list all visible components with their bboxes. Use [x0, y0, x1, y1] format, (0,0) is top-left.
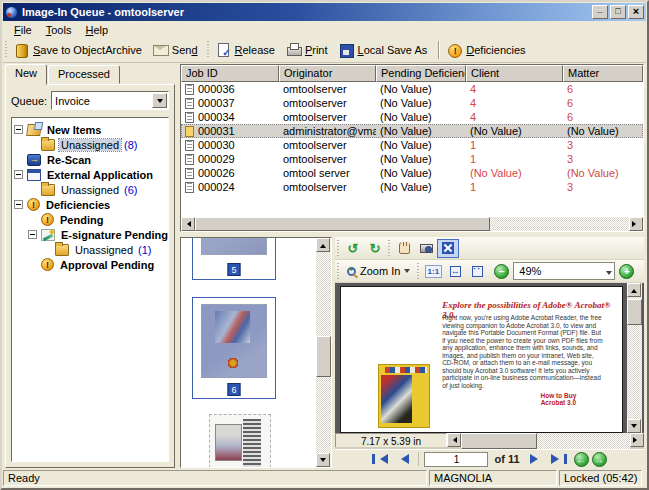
table-row[interactable]: 000037omtoolserver(No Value)46: [181, 96, 643, 110]
toolbar-gripper[interactable]: [206, 41, 211, 59]
scroll-right-icon[interactable]: [630, 433, 644, 447]
toolbar-gripper[interactable]: [4, 41, 9, 59]
tree-item-approval-pending[interactable]: Approval Pending: [14, 257, 166, 272]
scroll-right-icon[interactable]: [629, 217, 643, 231]
rotate-right-button[interactable]: ↻: [364, 239, 386, 258]
local-save-icon: [339, 43, 354, 57]
zoom-mode-dropdown[interactable]: Zoom In: [342, 262, 415, 281]
title-bar[interactable]: Image-In Queue - omtoolserver: [3, 3, 646, 21]
column-header-pending-deficiencies[interactable]: Pending Deficiencies: [376, 65, 466, 82]
thumbnails-scrollbar[interactable]: [316, 238, 331, 467]
viewer-vertical-scrollbar[interactable]: [627, 283, 642, 433]
column-header-matter[interactable]: Matter: [563, 65, 643, 82]
collapse-icon[interactable]: [14, 200, 23, 209]
queue-panel-body: Queue: Invoice New Items Unassigned(8) R…: [5, 84, 175, 468]
next-page-button[interactable]: [526, 451, 545, 467]
folder-icon: [55, 244, 69, 256]
fit-page-button[interactable]: [444, 262, 466, 281]
collapse-icon[interactable]: [28, 230, 37, 239]
page-thumbnails-panel: 5 6: [180, 237, 332, 468]
scrollbar-thumb[interactable]: [627, 299, 642, 325]
scrollbar-thumb[interactable]: [195, 217, 490, 231]
first-page-button[interactable]: [372, 451, 391, 467]
chevron-down-icon[interactable]: [152, 93, 167, 108]
thumbnail-page-7[interactable]: [209, 414, 271, 468]
history-back-button[interactable]: ←: [574, 452, 589, 467]
menu-file[interactable]: File: [7, 23, 39, 37]
table-horizontal-scrollbar[interactable]: [181, 217, 643, 231]
toolbar-gripper[interactable]: [387, 240, 392, 256]
item-count: (6): [124, 184, 137, 196]
table-row[interactable]: 000029omtoolserver(No Value)13: [181, 152, 643, 166]
toolbar-gripper[interactable]: [336, 240, 341, 256]
document-view-area: Explore the possibilities of Adobe® Acro…: [335, 283, 644, 433]
tree-item-pending[interactable]: Pending: [14, 212, 166, 227]
scroll-left-icon[interactable]: [447, 433, 461, 447]
tree-item-unassigned-esignature[interactable]: Unassigned(1): [14, 242, 166, 257]
queue-select[interactable]: Invoice: [51, 91, 169, 110]
select-image-button[interactable]: [437, 239, 459, 258]
table-row[interactable]: 000034omtoolserver(No Value)46: [181, 110, 643, 124]
scrollbar-thumb[interactable]: [461, 433, 537, 449]
zoom-in-button[interactable]: +: [619, 264, 634, 279]
local-save-as-button[interactable]: Local Save As: [335, 41, 435, 59]
deficiencies-button[interactable]: Deficiencies: [443, 41, 532, 59]
actual-size-button[interactable]: 1:1: [422, 262, 444, 281]
tree-item-re-scan[interactable]: Re-Scan: [14, 152, 166, 167]
rotate-right-icon: ↻: [370, 242, 381, 255]
history-forward-button[interactable]: →: [592, 452, 607, 467]
thumbnail-page-6[interactable]: 6: [192, 297, 276, 399]
tree-item-unassigned-external[interactable]: Unassigned(6): [14, 182, 166, 197]
release-button[interactable]: Release: [212, 41, 282, 59]
scroll-up-icon[interactable]: [316, 238, 330, 252]
table-row[interactable]: 000026omtool server(No Value)(No Value)(…: [181, 166, 643, 180]
hand-tool-button[interactable]: [393, 239, 415, 258]
tab-new[interactable]: New: [5, 64, 47, 85]
minimize-icon[interactable]: [592, 5, 608, 19]
page-number-input[interactable]: [424, 452, 488, 467]
fit-width-icon: [472, 266, 483, 277]
menu-help[interactable]: Help: [78, 23, 115, 37]
tree-item-external-application[interactable]: External Application: [14, 167, 166, 182]
send-button[interactable]: Send: [149, 41, 205, 59]
zoom-out-button[interactable]: −: [494, 264, 509, 279]
document-icon: [185, 154, 194, 165]
tree-item-new-items[interactable]: New Items: [14, 122, 166, 137]
table-row[interactable]: 000024omtoolserver(No Value)13: [181, 180, 643, 194]
scroll-down-icon[interactable]: [627, 419, 641, 433]
column-header-originator[interactable]: Originator: [279, 65, 376, 82]
deficiencies-icon: [447, 43, 462, 57]
viewer-horizontal-scrollbar[interactable]: [447, 433, 644, 449]
column-header-client[interactable]: Client: [466, 65, 563, 82]
scroll-up-icon[interactable]: [627, 283, 641, 297]
scroll-down-icon[interactable]: [316, 453, 330, 467]
print-button[interactable]: Print: [282, 41, 335, 59]
tab-processed[interactable]: Processed: [48, 65, 120, 84]
zoom-level-select[interactable]: 49%: [513, 262, 615, 280]
tree-item-deficiencies[interactable]: Deficiencies: [14, 197, 166, 212]
scrollbar-thumb[interactable]: [316, 336, 331, 376]
toolbar-gripper[interactable]: [336, 263, 341, 279]
warning-icon: [41, 213, 54, 226]
status-server: MAGNOLIA: [429, 470, 557, 486]
tree-item-unassigned-new[interactable]: Unassigned(8): [14, 137, 166, 152]
scroll-left-icon[interactable]: [181, 217, 195, 231]
collapse-icon[interactable]: [14, 125, 23, 134]
column-header-job-id[interactable]: Job ID: [181, 65, 279, 82]
table-row-selected[interactable]: 000031administrator@vma...(No Value)(No …: [181, 124, 643, 138]
snapshot-button[interactable]: [415, 239, 437, 258]
fit-width-button[interactable]: [466, 262, 488, 281]
table-row[interactable]: 000036omtoolserver(No Value)46: [181, 82, 643, 96]
tree-item-esignature-pending[interactable]: E-signature Pending: [14, 227, 166, 242]
save-to-objectarchive-button[interactable]: Save to ObjectArchive: [10, 41, 149, 59]
rotate-left-button[interactable]: ↺: [342, 239, 364, 258]
close-icon[interactable]: [628, 5, 644, 19]
previous-page-button[interactable]: [394, 451, 413, 467]
table-row[interactable]: 000030omtoolserver(No Value)13: [181, 138, 643, 152]
menu-tools[interactable]: Tools: [39, 23, 79, 37]
toolbar-gripper[interactable]: [416, 263, 421, 279]
last-page-button[interactable]: [548, 451, 567, 467]
collapse-icon[interactable]: [14, 170, 23, 179]
maximize-icon[interactable]: [610, 5, 626, 19]
thumbnail-page-5[interactable]: 5: [192, 237, 276, 280]
